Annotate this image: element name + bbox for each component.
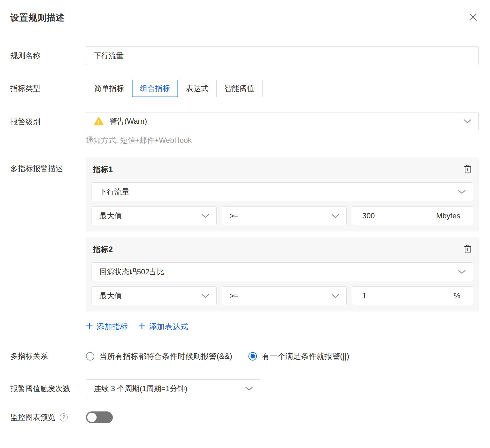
radio-checked-icon — [248, 352, 257, 361]
metric-1-unit: Mbytes — [436, 212, 460, 220]
metric-type-row: 指标类型 简单指标 组合指标 表达式 智能阈值 — [10, 80, 479, 97]
alarm-level-row: 报警级别 警告(Warn) 通知方式: 短信+邮件+Web — [10, 112, 479, 145]
metric-card-1: 指标1 — [86, 157, 479, 231]
trigger-label: 报警阈值触发次数 — [10, 384, 86, 394]
metric-1-select[interactable]: 下行流量 — [92, 182, 473, 201]
metric-1-operator-select[interactable]: >= — [222, 207, 347, 225]
delete-metric-1-button[interactable] — [462, 165, 472, 175]
metric-2-threshold-input[interactable]: 1 % — [352, 286, 473, 305]
rule-name-label: 规则名称 — [10, 51, 86, 61]
alarm-level-select[interactable]: 警告(Warn) — [86, 112, 479, 130]
plus-icon — [86, 322, 93, 331]
radio-unchecked-icon — [86, 352, 94, 361]
chevron-down-icon — [245, 384, 253, 393]
relation-option-any-label: 有一个满足条件就报警(||) — [262, 351, 349, 361]
close-icon — [468, 12, 478, 23]
rule-name-input[interactable] — [86, 46, 479, 65]
help-icon[interactable]: ? — [60, 413, 68, 421]
metric-type-group: 简单指标 组合指标 表达式 智能阈值 — [86, 80, 479, 97]
toggle-knob — [87, 413, 97, 422]
relation-radio-group: 当所有指标都符合条件时候则报警(&&) 有一个满足条件就报警(||) — [86, 351, 479, 361]
metric-1-threshold-input[interactable]: 300 Mbytes — [352, 207, 473, 225]
chevron-down-icon — [331, 212, 339, 220]
preview-label-wrap: 监控图表预览 ? — [10, 412, 86, 422]
metric-2-aggregation-select[interactable]: 最大值 — [92, 286, 217, 305]
dialog-title: 设置规则描述 — [10, 12, 65, 24]
metric-2-value: 回源状态码502占比 — [99, 267, 164, 277]
metric-2-operator-select[interactable]: >= — [222, 286, 347, 305]
add-metric-label: 添加指标 — [97, 321, 128, 332]
metric-1-aggregation-value: 最大值 — [99, 211, 122, 221]
trash-icon — [463, 164, 472, 175]
trigger-count-value: 连续 3 个周期(1周期=1分钟) — [94, 384, 187, 394]
metric-type-expression[interactable]: 表达式 — [178, 80, 217, 97]
relation-option-any[interactable]: 有一个满足条件就报警(||) — [248, 351, 349, 361]
metric-1-operator-value: >= — [230, 212, 238, 220]
delete-metric-2-button[interactable] — [462, 245, 472, 255]
metric-1-threshold-value: 300 — [362, 212, 375, 220]
metric-type-smart-threshold[interactable]: 智能阈值 — [217, 80, 262, 97]
rule-form: 规则名称 指标类型 简单指标 组合指标 表达式 智能阈值 报警级别 — [0, 46, 490, 423]
add-links-row: 添加指标 添加表达式 — [86, 322, 479, 331]
preview-row: 监控图表预览 ? — [10, 411, 479, 423]
alarm-level-label: 报警级别 — [10, 112, 86, 145]
add-expression-link[interactable]: 添加表达式 — [138, 321, 188, 332]
metric-2-title: 指标2 — [93, 244, 113, 255]
dialog-header: 设置规则描述 — [0, 0, 490, 36]
metric-2-operator-value: >= — [230, 291, 238, 300]
trigger-row: 报警阈值触发次数 连续 3 个周期(1周期=1分钟) — [10, 379, 479, 398]
rule-description-dialog: 设置规则描述 规则名称 指标类型 简单指标 组合指标 表达式 智能阈值 — [0, 0, 490, 448]
metric-2-select[interactable]: 回源状态码502占比 — [92, 262, 473, 281]
relation-option-all-label: 当所有指标都符合条件时候则报警(&&) — [99, 351, 232, 361]
chevron-down-icon — [458, 267, 466, 276]
chevron-down-icon — [458, 187, 466, 196]
metric-card-2: 指标2 — [86, 237, 479, 311]
relation-row: 多指标关系 当所有指标都符合条件时候则报警(&&) 有一个满足条件就报警(||) — [10, 351, 479, 361]
alarm-level-value: 警告(Warn) — [109, 116, 147, 126]
metric-type-label: 指标类型 — [10, 83, 86, 93]
metric-2-threshold-value: 1 — [362, 291, 366, 300]
add-expression-label: 添加表达式 — [149, 321, 188, 332]
add-metric-link[interactable]: 添加指标 — [86, 321, 128, 332]
trash-icon — [463, 244, 472, 255]
multi-metric-row: 多指标报警描述 指标1 — [10, 157, 479, 331]
chevron-down-icon — [201, 212, 209, 220]
chevron-down-icon — [331, 291, 339, 300]
metric-1-value: 下行流量 — [99, 187, 129, 197]
chevron-down-icon — [201, 291, 209, 300]
metric-1-aggregation-select[interactable]: 最大值 — [92, 207, 217, 225]
preview-toggle[interactable] — [86, 411, 113, 423]
metric-2-unit: % — [454, 291, 460, 300]
metric-1-title: 指标1 — [93, 164, 113, 175]
trigger-count-select[interactable]: 连续 3 个周期(1周期=1分钟) — [86, 379, 260, 398]
metric-2-aggregation-value: 最大值 — [99, 291, 122, 301]
metric-type-combined[interactable]: 组合指标 — [132, 80, 178, 97]
relation-label: 多指标关系 — [10, 351, 86, 361]
metric-type-simple[interactable]: 简单指标 — [86, 80, 132, 97]
preview-label: 监控图表预览 — [10, 412, 55, 422]
warning-icon — [94, 117, 104, 126]
multi-metric-label: 多指标报警描述 — [10, 157, 86, 331]
notify-method-text: 通知方式: 短信+邮件+WebHook — [86, 136, 479, 145]
close-button[interactable] — [468, 12, 479, 23]
plus-icon — [138, 322, 145, 331]
chevron-down-icon — [463, 117, 472, 126]
relation-option-all[interactable]: 当所有指标都符合条件时候则报警(&&) — [86, 351, 232, 361]
rule-name-row: 规则名称 — [10, 46, 479, 65]
